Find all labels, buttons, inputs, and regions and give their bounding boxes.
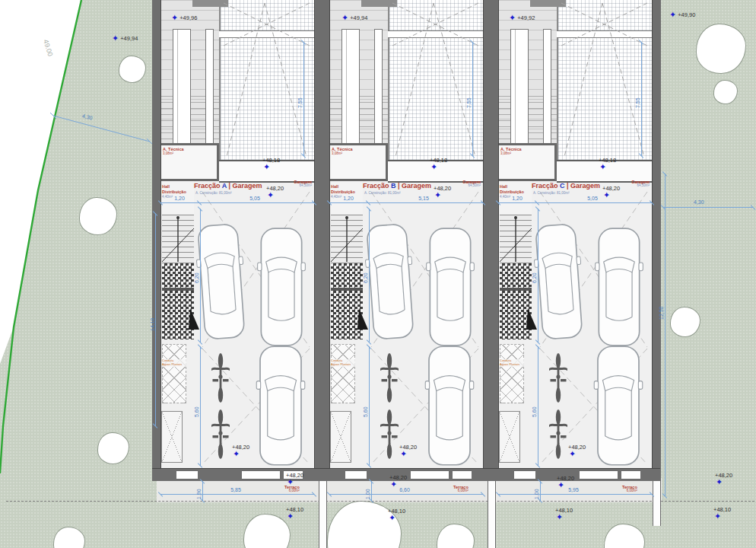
construction-area-note: A. Construção: 81,00m² [533,191,570,195]
garage-door-opening [242,471,280,479]
dimension-line [200,346,201,466]
elevation-marker: ✦+48,20 [715,472,732,486]
dimension-total-depth: 14,10 [150,317,155,331]
elevation-marker: ✦+48,18 [262,157,280,171]
elevation-value: +49,96 [179,14,197,21]
level-star-icon: ✦ [287,512,294,521]
elevation-value: +49,92 [517,14,535,21]
level-star-icon: ✦ [430,163,437,171]
equipment-box [161,411,183,463]
dimension-terrace-depth: 1,90 [196,489,202,499]
equipment-box [499,411,520,463]
level-star-icon: ✦ [112,34,119,43]
elevation-marker: ✦+48,10 [286,506,303,521]
dimension-garage-upper-depth: 6,20 [532,272,537,283]
storage-lattice [500,344,524,403]
dwelling-unit: 7,55 A. Técnica 3,08m² Hall Distribuição… [321,0,491,548]
walkway-edge [374,29,383,145]
dimension-patio-depth: 7,55 [466,97,472,108]
technical-room: A. Técnica 3,08m² [160,143,219,181]
dimension-line [498,202,652,203]
stair-break-line [162,215,194,263]
storage-lattice [331,344,355,403]
dimension-line [371,481,372,501]
dimension-garage-upper-depth: 6,20 [194,272,199,283]
elevation-marker: ✦+48,10 [555,507,573,521]
dimension-line [200,209,201,342]
elevation-marker: ✦+48,18 [430,157,447,171]
dimension-line [303,42,304,156]
construction-area-note: A. Construção: 81,00m² [195,191,232,195]
wall [490,0,499,480]
dimension-line [329,494,483,495]
dimension-line [538,209,538,342]
door-opening [621,471,640,479]
level-star-icon: ✦ [556,513,563,521]
walkway-edge [205,29,214,145]
fraction-title: Fracção C | Garagem [532,182,600,190]
elevation-value: +49,94 [120,35,138,42]
walkway [341,29,360,145]
dimension-line [202,481,203,501]
elevation-marker: ✦+48,20 [399,444,417,458]
level-star-icon: ✦ [267,191,274,199]
door-opening [176,471,198,479]
roof-slope-dashes [388,0,483,160]
roof-slope-dashes [219,0,314,160]
dimension-line [329,202,483,203]
level-star-icon: ✦ [714,512,721,521]
dwelling-unit: 7,55 A. Técnica 3,08m² Hall Distribuição… [152,0,322,548]
roof-slope-dashes [557,0,652,160]
level-star-icon: ✦ [509,14,516,22]
stair-break-line [331,215,363,263]
level-star-icon: ✦ [599,163,606,171]
elevation-marker: ✦+48,20 [568,444,586,458]
bicycle-icon [548,352,569,408]
stair-hatch [331,263,363,288]
door-leaf [525,308,538,331]
car-icon [256,344,306,470]
dimension-line [498,494,652,495]
dimension-garage-lower-depth: 5,60 [363,406,368,417]
car-icon [531,219,586,347]
hall-label-1: Hall [500,184,507,189]
dimension-line [540,481,541,501]
level-star-icon: ✦ [669,11,676,19]
fraction-title-prefix: Fracção [363,182,389,190]
level-star-icon: ✦ [263,163,270,171]
construction-area-note: A. Construção: 81,00m² [364,191,401,195]
duct-note-line2: Águas Pluviais [331,363,355,367]
wall-stub [331,288,363,291]
level-star-icon: ✦ [287,478,294,486]
elevation-marker: ✦+48,10 [388,508,405,522]
stair-hatch [500,263,532,288]
rainwater-duct-note: Conduta Águas Pluviais [331,359,355,367]
dimension-hall-width: 1,20 [332,196,365,201]
dimension-site-right: 4,30 [694,199,704,205]
dimension-line [538,346,538,466]
level-star-icon: ✦ [716,478,723,486]
door-opening [345,471,367,479]
dimension-line [665,174,665,496]
technical-room-area: 3,08m² [163,152,173,156]
technical-room-area: 3,08m² [332,152,342,156]
terrace-area: 6,00m² [622,489,637,493]
elevation-marker: ✦+48,20 [557,475,574,489]
wall [152,0,161,480]
level-star-icon: ✦ [557,481,564,489]
walkway [510,29,529,145]
dimension-terrace-width: 5,85 [213,487,259,492]
terrace-area: 6,00m² [284,489,300,493]
hall-label-2: Distribuição [162,190,186,194]
duct-note-line2: Águas Pluviais [162,363,186,367]
rainwater-duct-note: Conduta Águas Pluviais [162,359,186,367]
elevation-marker: ✦+48,20 [389,474,407,489]
dimension-line [641,42,642,156]
car-icon [424,344,475,470]
level-star-icon: ✦ [390,480,397,489]
front-wall [490,468,660,481]
level-star-icon: ✦ [389,514,395,522]
bicycle-icon [379,352,400,408]
fraction-title-prefix: Fracção [194,182,221,190]
terrace-label-block: Terraço 6,00m² [622,485,637,493]
